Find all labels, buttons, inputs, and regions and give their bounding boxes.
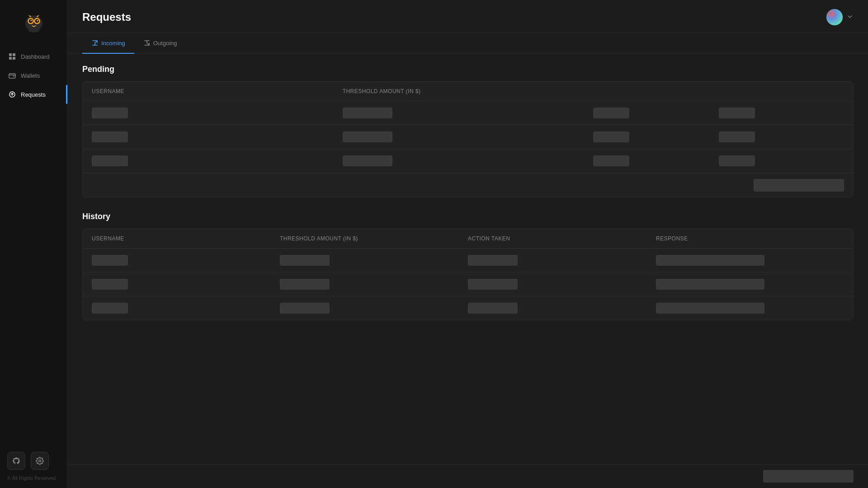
tab-incoming-label: Incoming <box>101 40 125 47</box>
svg-point-15 <box>39 460 41 462</box>
skeleton-username <box>92 155 128 166</box>
page-content: Pending Username Threshold Amount (in $) <box>68 54 868 464</box>
skeleton-action1 <box>593 155 629 166</box>
incoming-tab-icon <box>91 39 99 47</box>
skeleton-action2 <box>719 108 755 118</box>
pending-table-footer <box>83 173 853 197</box>
footer-icons <box>7 452 60 470</box>
pending-table: Username Threshold Amount (in $) <box>82 81 854 197</box>
svg-rect-11 <box>13 57 15 60</box>
wallet-icon <box>8 71 16 80</box>
pending-pagination-skeleton <box>754 179 844 192</box>
tabs-container: Incoming Outgoing <box>68 33 868 54</box>
sidebar-item-label: Dashboard <box>21 53 50 60</box>
copyright-text: © All Rights Reserved <box>7 475 60 481</box>
svg-rect-10 <box>9 57 12 60</box>
pending-col-action1 <box>593 88 718 94</box>
skeleton-username <box>92 108 128 118</box>
skeleton-amount <box>280 279 330 290</box>
pending-col-username: Username <box>92 88 343 94</box>
history-table-header: Username Threshold Amount (in $) Action … <box>83 229 853 249</box>
svg-point-5 <box>30 20 32 21</box>
svg-rect-8 <box>9 53 12 56</box>
skeleton-response <box>656 303 764 314</box>
skeleton-action1 <box>593 131 629 142</box>
history-section-title: History <box>82 212 854 221</box>
skeleton-response <box>656 279 764 290</box>
outgoing-tab-icon <box>143 39 151 47</box>
table-row <box>83 296 853 320</box>
header-actions <box>826 9 854 25</box>
history-table: Username Threshold Amount (in $) Action … <box>82 229 854 320</box>
skeleton-amount <box>280 303 330 314</box>
table-row <box>83 101 853 125</box>
svg-point-7 <box>28 28 39 33</box>
sidebar-item-label: Wallets <box>21 72 40 79</box>
github-button[interactable] <box>7 452 25 470</box>
requests-icon <box>8 90 16 99</box>
table-row <box>83 125 853 149</box>
skeleton-action2 <box>719 155 755 166</box>
github-icon <box>12 457 20 465</box>
avatar[interactable] <box>826 9 843 25</box>
sidebar-item-dashboard[interactable]: Dashboard <box>0 47 67 66</box>
page-header: Requests <box>68 0 868 33</box>
svg-point-6 <box>37 20 38 21</box>
skeleton-username <box>92 255 128 266</box>
table-row <box>83 149 853 173</box>
skeleton-amount <box>343 131 392 142</box>
sidebar-logo <box>0 0 67 43</box>
table-row <box>83 249 853 272</box>
pending-table-header: Username Threshold Amount (in $) <box>83 82 853 101</box>
pending-col-action2 <box>719 88 844 94</box>
skeleton-username <box>92 131 128 142</box>
page-title: Requests <box>82 11 131 23</box>
svg-rect-13 <box>13 76 14 77</box>
history-col-username: Username <box>92 235 280 242</box>
svg-rect-9 <box>13 53 15 56</box>
grid-icon <box>8 52 16 61</box>
sidebar-navigation: Dashboard Wallets Requests <box>0 43 67 445</box>
owl-logo-icon <box>22 11 46 34</box>
skeleton-response <box>656 255 764 266</box>
sidebar: Dashboard Wallets Requests <box>0 0 68 488</box>
settings-icon <box>36 457 44 465</box>
main-content: Requests <box>68 0 868 488</box>
skeleton-amount <box>343 155 392 166</box>
pending-col-threshold: Threshold Amount (in $) <box>343 88 594 94</box>
avatar-image <box>826 9 843 25</box>
table-row <box>83 272 853 296</box>
history-col-response: Response <box>656 235 844 242</box>
skeleton-amount <box>280 255 330 266</box>
history-col-threshold: Threshold Amount (in $) <box>280 235 468 242</box>
sidebar-footer: © All Rights Reserved <box>0 445 67 488</box>
skeleton-action2 <box>719 131 755 142</box>
skeleton-username <box>92 279 128 290</box>
profile-dropdown-icon[interactable] <box>846 13 854 22</box>
skeleton-action <box>468 279 518 290</box>
tab-outgoing-label: Outgoing <box>153 40 177 47</box>
tab-outgoing[interactable]: Outgoing <box>134 33 186 54</box>
skeleton-username <box>92 303 128 314</box>
skeleton-amount <box>343 108 392 118</box>
skeleton-action <box>468 303 518 314</box>
history-pagination-skeleton <box>763 470 854 483</box>
pending-section-title: Pending <box>82 65 854 74</box>
sidebar-item-label: Requests <box>21 91 46 98</box>
skeleton-action1 <box>593 108 629 118</box>
tab-incoming[interactable]: Incoming <box>82 33 134 54</box>
svg-point-16 <box>826 9 843 25</box>
skeleton-action <box>468 255 518 266</box>
history-table-footer <box>68 464 868 488</box>
sidebar-item-requests[interactable]: Requests <box>0 85 67 104</box>
sidebar-item-wallets[interactable]: Wallets <box>0 66 67 85</box>
settings-button[interactable] <box>31 452 49 470</box>
history-col-action: Action Taken <box>468 235 656 242</box>
